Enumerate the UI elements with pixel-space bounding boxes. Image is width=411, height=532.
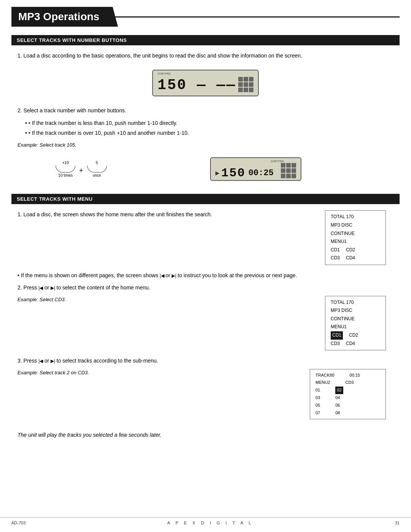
- lcd1-text: 150 — ——: [158, 77, 236, 93]
- lcd2-grid: [281, 163, 296, 178]
- section2-header: SELECT TRACKS WITH MENU: [11, 194, 400, 204]
- btn-times-label: 10 times: [58, 173, 73, 177]
- grid-cell: [292, 168, 296, 173]
- menu1-row2: CD3 CD4: [331, 254, 380, 262]
- track-header-row: TRACK80 00:15: [315, 372, 380, 379]
- lcd-display-1-wrapper: CHP/TRK 150 — ——: [18, 65, 393, 101]
- step4-mid: or: [45, 358, 49, 364]
- bullet2: • If the track number is over 10, push +…: [25, 129, 393, 137]
- section2-step4: 3. Press |◀ or ▶| to select tracks accor…: [18, 356, 393, 365]
- grid-cell: [244, 77, 248, 81]
- section2-step1-block: TOTAL 170 MP3 DISC CONTINUE MENU1 CD1 CD…: [18, 210, 393, 265]
- step3-end: to select the content of the home menu.: [57, 284, 150, 291]
- track-header-left: TRACK80: [315, 372, 335, 379]
- menu1-cd2: CD2: [346, 246, 355, 254]
- section1-step1: 1. Load a disc according to the basic op…: [18, 51, 393, 60]
- track-07: 07: [315, 409, 320, 417]
- lcd-display-2: ▶ 150 00:25 CHP/TRK: [210, 157, 301, 181]
- menu2-row2: CD3 CD4: [331, 340, 380, 348]
- lcd2-content: ▶ 150 00:25: [215, 162, 274, 180]
- page-title: MP3 Operations: [11, 7, 118, 27]
- track-header-right: 00:15: [350, 372, 360, 379]
- 5-label: 5: [96, 161, 98, 165]
- next-icon: ▶|: [172, 273, 177, 278]
- track-menu-cd3: CD3: [346, 379, 354, 387]
- prev-icon2: |◀: [38, 285, 44, 291]
- example1-diagram: +10 10 times + 5 once ▶ 150: [33, 153, 393, 185]
- final-note: The unit will play the tracks you select…: [18, 431, 393, 439]
- track-05: 05: [315, 402, 320, 409]
- example1-label: Example: Select track 105.: [18, 141, 393, 149]
- grid-cell: [249, 82, 253, 87]
- section2-example2-block: TOTAL 170 MP3 DISC CONTINUE MENU1 CD1 CD…: [18, 296, 393, 351]
- grid-cell: [244, 88, 248, 92]
- track-06: 06: [335, 402, 340, 409]
- grid-cell: [238, 82, 243, 87]
- menu2-total: TOTAL 170: [331, 299, 380, 307]
- next-icon3: ▶|: [51, 358, 56, 364]
- track-row1: 01 02: [315, 387, 380, 394]
- grid-cell: [238, 88, 243, 92]
- track-menu-row: MENU2 CD3: [315, 379, 380, 387]
- play-icon: ▶: [215, 170, 220, 176]
- menu1-menu: MENU1: [331, 238, 380, 246]
- grid-cell: [286, 168, 291, 173]
- lcd-display-1: CHP/TRK 150 — ——: [152, 70, 259, 96]
- lcd1-grid: [238, 77, 253, 92]
- track-row2: 03 04: [315, 394, 380, 402]
- footer-left: AD-703: [11, 521, 25, 525]
- menu1-cd1: CD1: [331, 246, 340, 254]
- menu2-cd1-highlight: CD1: [331, 331, 343, 340]
- menu1-continue: CONTINUE: [331, 230, 380, 238]
- plus10-arc: [56, 166, 75, 173]
- menu2-continue: CONTINUE: [331, 315, 380, 323]
- footer-brand: A P E X D I G I T A L: [167, 521, 253, 525]
- page-footer: AD-703 A P E X D I G I T A L 31: [0, 517, 411, 525]
- step4-prefix: 3. Press: [18, 358, 37, 364]
- section2-step2: • If the menu is shown on different page…: [18, 271, 393, 280]
- track-03: 03: [315, 394, 320, 402]
- prev-icon: |◀: [160, 273, 166, 278]
- track-row3: 05 06: [315, 402, 380, 409]
- step2-prefix: • If the menu is shown on different page…: [18, 272, 158, 278]
- plus10-btn-group: +10 10 times: [56, 161, 75, 177]
- menu1-cd3: CD3: [331, 254, 340, 262]
- lcd2-time: 00:25: [249, 168, 274, 178]
- plus10-label: +10: [62, 161, 69, 165]
- plus-sign: +: [79, 167, 83, 175]
- menu1-cd4: CD4: [346, 254, 355, 262]
- track-box: TRACK80 00:15 MENU2 CD3 01 02 03 04 05: [310, 369, 386, 420]
- track-menu2: MENU2: [315, 379, 330, 387]
- menu2-cd2: CD2: [349, 331, 358, 340]
- btn-diagram-inner: +10 10 times + 5 once: [56, 161, 107, 177]
- header-line: [114, 16, 400, 18]
- section1-bullets: • If the track number is less than 10, p…: [25, 119, 393, 137]
- menu-box-2: TOTAL 170 MP3 DISC CONTINUE MENU1 CD1 CD…: [325, 296, 386, 351]
- section1-content: 1. Load a disc according to the basic op…: [0, 51, 411, 185]
- menu1-total: TOTAL 170: [331, 213, 380, 221]
- grid-cell: [249, 88, 253, 92]
- step2-end: to instruct you to look at the previous …: [178, 272, 297, 278]
- lcd1-label: CHP/TRK: [158, 72, 171, 75]
- track-04: 04: [335, 394, 340, 402]
- prev-icon3: |◀: [38, 358, 44, 364]
- track-02-highlight: 02: [335, 387, 343, 394]
- button-diagram: +10 10 times + 5 once: [33, 157, 107, 181]
- grid-cell: [281, 174, 285, 178]
- menu1-disc: MP3 DISC: [331, 221, 380, 230]
- step2-or: or: [166, 272, 170, 278]
- track-row4: 07 08: [315, 409, 380, 417]
- grid-cell: [292, 163, 296, 168]
- section2-content: TOTAL 170 MP3 DISC CONTINUE MENU1 CD1 CD…: [0, 210, 411, 439]
- page-wrapper: MP3 Operations SELECT TRACKS WITH NUMBER…: [0, 0, 411, 439]
- menu2-disc: MP3 DISC: [331, 307, 380, 315]
- grid-cell: [281, 163, 285, 168]
- track-01: 01: [315, 387, 320, 394]
- menu2-row1: CD1 CD2: [331, 331, 380, 340]
- menu2-menu: MENU1: [331, 323, 380, 331]
- lcd2-text: 150: [221, 166, 245, 180]
- step3-mid: or: [45, 284, 49, 291]
- menu-box-1: TOTAL 170 MP3 DISC CONTINUE MENU1 CD1 CD…: [325, 210, 386, 265]
- grid-cell: [286, 174, 291, 178]
- grid-cell: [249, 77, 253, 81]
